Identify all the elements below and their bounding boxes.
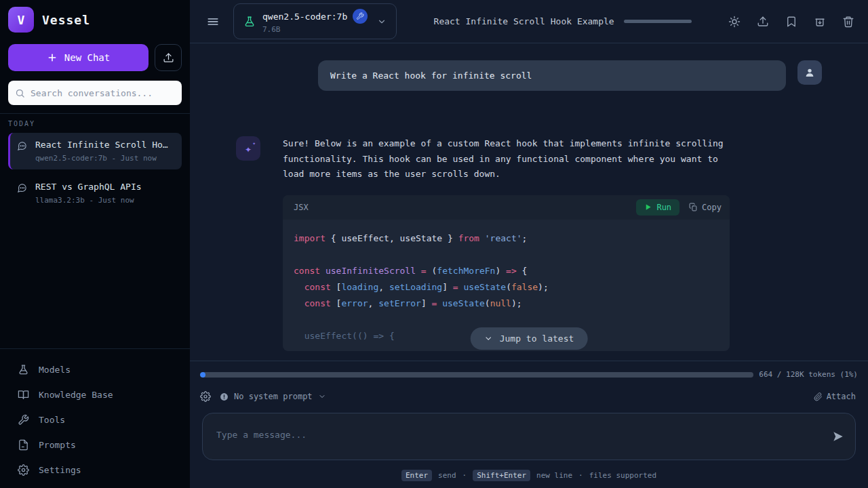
chevron-down-icon — [484, 334, 493, 343]
tools-icon — [18, 414, 29, 426]
import-chat-button[interactable] — [155, 44, 182, 71]
conversation-item-react-infinite-scroll[interactable]: React Infinite Scroll Hook Ex… qwen2.5-c… — [8, 133, 182, 169]
token-usage-track — [200, 372, 753, 378]
token-usage-label: 664 / 128K tokens (1%) — [759, 370, 858, 379]
brand-name: Vessel — [42, 13, 90, 27]
sidebar-bottom-nav: Models Knowledge Base Tools Prompts Sett… — [0, 348, 190, 488]
new-chat-button[interactable]: New Chat — [8, 44, 149, 71]
assistant-message-row: ✦ ✦ Sure! Below is an example of a custo… — [190, 136, 868, 351]
token-usage-fill — [200, 372, 205, 378]
nav-label: Knowledge Base — [39, 390, 113, 400]
files-hint: files supported — [589, 471, 656, 480]
nav-label: Settings — [39, 465, 81, 475]
hint-separator: · — [578, 471, 583, 480]
jump-to-latest-label: Jump to latest — [500, 333, 574, 344]
enter-hint: send — [438, 471, 456, 480]
copy-code-button[interactable]: Copy — [689, 203, 722, 212]
sidebar: V Vessel New Chat TODAY — [0, 0, 190, 488]
code-block-header: JSX Run Copy — [283, 195, 730, 220]
menu-icon — [206, 15, 220, 28]
copy-label: Copy — [702, 203, 722, 212]
conversation-title: REST vs GraphQL APIs — [35, 182, 142, 192]
keyboard-hints: Enter send · Shift+Enter new line · file… — [190, 470, 868, 481]
tool-capable-badge — [353, 9, 368, 24]
info-icon — [220, 392, 229, 401]
model-name: qwen2.5-coder:7b — [262, 12, 347, 22]
sparkle-icon: ✦ — [245, 142, 252, 155]
sidebar-item-tools[interactable]: Tools — [0, 407, 190, 432]
search-icon — [15, 88, 25, 98]
conversation-item-rest-vs-graphql[interactable]: REST vs GraphQL APIs llama3.2:3b - Just … — [8, 175, 182, 211]
app-window: V Vessel New Chat TODAY — [0, 0, 868, 488]
jump-to-latest-button[interactable]: Jump to latest — [471, 327, 588, 350]
main-panel: qwen2.5-coder:7b 7.6B React Infinite Scr… — [190, 0, 868, 488]
plus-icon — [47, 52, 58, 63]
bookmark-chat-button[interactable] — [785, 16, 797, 28]
attach-file-button[interactable]: Attach — [814, 392, 856, 401]
conversation-title: React Infinite Scroll Hook Ex… — [35, 140, 171, 150]
sparkle-icon: ✦ — [252, 140, 256, 146]
sidebar-item-settings[interactable]: Settings — [0, 458, 190, 483]
message-input[interactable] — [216, 430, 814, 440]
system-prompt-label: No system prompt — [234, 392, 313, 401]
bookmark-icon — [785, 16, 797, 28]
user-message-bubble: Write a React hook for infinite scroll — [318, 60, 786, 91]
gear-icon — [200, 391, 211, 402]
context-usage-bar — [624, 20, 692, 23]
flask-icon — [18, 364, 29, 375]
composer: 664 / 128K tokens (1%) No system prompt … — [190, 361, 868, 488]
enter-kbd: Enter — [401, 470, 432, 481]
sidebar-item-models[interactable]: Models — [0, 357, 190, 382]
person-icon — [804, 67, 815, 78]
topbar-center: React Infinite Scroll Hook Example — [410, 16, 715, 26]
section-label-today: TODAY — [0, 114, 190, 133]
conversation-list: TODAY React Infinite Scroll Hook Ex… qwe… — [0, 113, 190, 348]
topbar: qwen2.5-coder:7b 7.6B React Infinite Scr… — [190, 0, 868, 43]
assistant-avatar: ✦ ✦ — [236, 136, 260, 161]
chat-bubble-icon — [17, 183, 27, 196]
chevron-down-icon — [377, 17, 387, 26]
assistant-message-text: Sure! Below is an example of a custom Re… — [283, 136, 730, 182]
document-icon — [18, 439, 29, 451]
nav-label: Prompts — [39, 440, 76, 450]
composer-settings-button[interactable] — [200, 391, 211, 402]
shift-enter-kbd: Shift+Enter — [473, 470, 530, 481]
conversation-meta: qwen2.5-coder:7b - Just now — [35, 154, 171, 163]
code-actions: Run Copy — [636, 199, 722, 216]
token-usage-row: 664 / 128K tokens (1%) — [190, 361, 868, 382]
theme-toggle-button[interactable] — [728, 16, 741, 28]
sidebar-item-knowledge-base[interactable]: Knowledge Base — [0, 382, 190, 407]
search-input[interactable] — [31, 88, 175, 98]
chat-bubble-icon — [17, 141, 27, 154]
sun-icon — [728, 16, 741, 28]
archive-chat-button[interactable] — [814, 16, 826, 28]
assistant-content: Sure! Below is an example of a custom Re… — [283, 136, 730, 351]
system-prompt-selector[interactable]: No system prompt — [220, 392, 326, 401]
sidebar-toggle-button[interactable] — [206, 15, 220, 28]
flask-icon — [243, 16, 256, 28]
attach-label: Attach — [827, 392, 856, 401]
model-selector[interactable]: qwen2.5-coder:7b 7.6B — [233, 3, 397, 39]
share-chat-button[interactable] — [757, 16, 769, 28]
gear-icon — [18, 464, 29, 476]
delete-chat-button[interactable] — [842, 16, 854, 28]
run-code-button[interactable]: Run — [636, 199, 679, 216]
copy-icon — [689, 203, 698, 211]
run-label: Run — [656, 203, 671, 212]
send-icon — [832, 430, 844, 443]
sidebar-item-prompts[interactable]: Prompts — [0, 432, 190, 458]
paperclip-icon — [814, 392, 823, 401]
conversation-search[interactable] — [8, 81, 182, 105]
chevron-down-icon — [318, 392, 326, 401]
message-input-box[interactable] — [202, 413, 856, 460]
upload-icon — [757, 16, 769, 28]
conversation-meta: llama3.2:3b - Just now — [35, 196, 142, 205]
vessel-logo-icon: V — [8, 7, 34, 33]
upload-icon — [163, 52, 174, 64]
code-language-label: JSX — [294, 203, 309, 212]
send-button[interactable] — [832, 430, 844, 443]
newline-hint: new line — [536, 471, 572, 480]
system-prompt-row: No system prompt Attach — [190, 382, 868, 402]
chat-scroll-area[interactable]: Write a React hook for infinite scroll ✦… — [190, 43, 868, 361]
model-size: 7.6B — [262, 25, 368, 34]
